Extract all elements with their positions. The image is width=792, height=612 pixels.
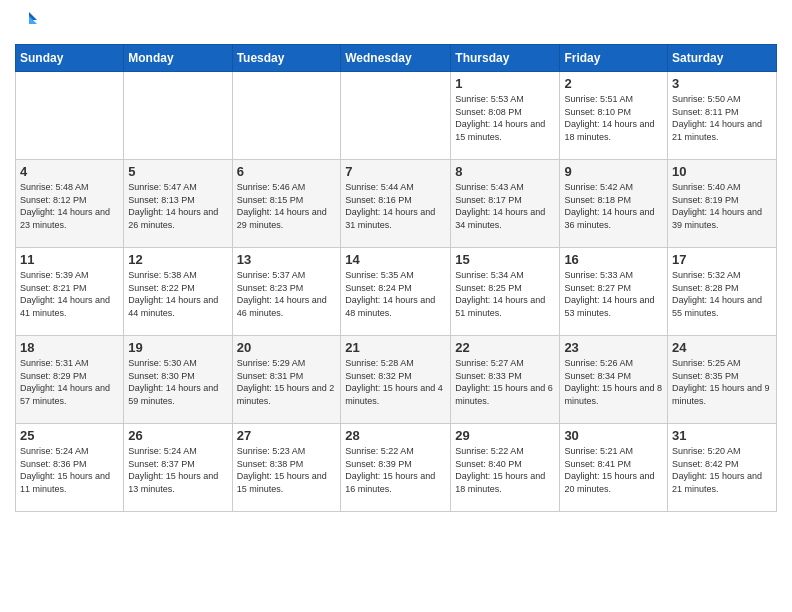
day-number: 24 xyxy=(672,340,772,355)
day-info: Sunrise: 5:25 AMSunset: 8:35 PMDaylight:… xyxy=(672,357,772,407)
day-number: 29 xyxy=(455,428,555,443)
day-info: Sunrise: 5:24 AMSunset: 8:37 PMDaylight:… xyxy=(128,445,227,495)
day-number: 9 xyxy=(564,164,663,179)
calendar-cell xyxy=(16,72,124,160)
logo-icon xyxy=(17,10,39,32)
calendar-cell: 5Sunrise: 5:47 AMSunset: 8:13 PMDaylight… xyxy=(124,160,232,248)
day-number: 10 xyxy=(672,164,772,179)
day-info: Sunrise: 5:47 AMSunset: 8:13 PMDaylight:… xyxy=(128,181,227,231)
calendar-week-3: 11Sunrise: 5:39 AMSunset: 8:21 PMDayligh… xyxy=(16,248,777,336)
day-info: Sunrise: 5:24 AMSunset: 8:36 PMDaylight:… xyxy=(20,445,119,495)
calendar-body: 1Sunrise: 5:53 AMSunset: 8:08 PMDaylight… xyxy=(16,72,777,512)
day-number: 31 xyxy=(672,428,772,443)
day-number: 21 xyxy=(345,340,446,355)
calendar-cell: 4Sunrise: 5:48 AMSunset: 8:12 PMDaylight… xyxy=(16,160,124,248)
day-info: Sunrise: 5:35 AMSunset: 8:24 PMDaylight:… xyxy=(345,269,446,319)
day-number: 4 xyxy=(20,164,119,179)
day-info: Sunrise: 5:33 AMSunset: 8:27 PMDaylight:… xyxy=(564,269,663,319)
day-info: Sunrise: 5:21 AMSunset: 8:41 PMDaylight:… xyxy=(564,445,663,495)
day-number: 22 xyxy=(455,340,555,355)
day-info: Sunrise: 5:50 AMSunset: 8:11 PMDaylight:… xyxy=(672,93,772,143)
calendar-week-2: 4Sunrise: 5:48 AMSunset: 8:12 PMDaylight… xyxy=(16,160,777,248)
calendar-week-5: 25Sunrise: 5:24 AMSunset: 8:36 PMDayligh… xyxy=(16,424,777,512)
day-header-tuesday: Tuesday xyxy=(232,45,341,72)
day-header-saturday: Saturday xyxy=(668,45,777,72)
day-number: 18 xyxy=(20,340,119,355)
day-number: 7 xyxy=(345,164,446,179)
day-number: 8 xyxy=(455,164,555,179)
day-info: Sunrise: 5:39 AMSunset: 8:21 PMDaylight:… xyxy=(20,269,119,319)
calendar-cell: 19Sunrise: 5:30 AMSunset: 8:30 PMDayligh… xyxy=(124,336,232,424)
day-info: Sunrise: 5:20 AMSunset: 8:42 PMDaylight:… xyxy=(672,445,772,495)
calendar-cell: 27Sunrise: 5:23 AMSunset: 8:38 PMDayligh… xyxy=(232,424,341,512)
calendar-table: SundayMondayTuesdayWednesdayThursdayFrid… xyxy=(15,44,777,512)
day-number: 3 xyxy=(672,76,772,91)
day-number: 25 xyxy=(20,428,119,443)
day-number: 19 xyxy=(128,340,227,355)
day-number: 14 xyxy=(345,252,446,267)
day-number: 2 xyxy=(564,76,663,91)
day-number: 13 xyxy=(237,252,337,267)
day-info: Sunrise: 5:27 AMSunset: 8:33 PMDaylight:… xyxy=(455,357,555,407)
calendar-cell xyxy=(341,72,451,160)
calendar-cell: 12Sunrise: 5:38 AMSunset: 8:22 PMDayligh… xyxy=(124,248,232,336)
day-info: Sunrise: 5:32 AMSunset: 8:28 PMDaylight:… xyxy=(672,269,772,319)
calendar-cell: 9Sunrise: 5:42 AMSunset: 8:18 PMDaylight… xyxy=(560,160,668,248)
calendar-cell: 13Sunrise: 5:37 AMSunset: 8:23 PMDayligh… xyxy=(232,248,341,336)
calendar-cell: 22Sunrise: 5:27 AMSunset: 8:33 PMDayligh… xyxy=(451,336,560,424)
day-number: 16 xyxy=(564,252,663,267)
calendar-cell: 3Sunrise: 5:50 AMSunset: 8:11 PMDaylight… xyxy=(668,72,777,160)
calendar-cell: 1Sunrise: 5:53 AMSunset: 8:08 PMDaylight… xyxy=(451,72,560,160)
day-number: 5 xyxy=(128,164,227,179)
day-info: Sunrise: 5:51 AMSunset: 8:10 PMDaylight:… xyxy=(564,93,663,143)
days-header-row: SundayMondayTuesdayWednesdayThursdayFrid… xyxy=(16,45,777,72)
calendar-cell: 18Sunrise: 5:31 AMSunset: 8:29 PMDayligh… xyxy=(16,336,124,424)
day-number: 28 xyxy=(345,428,446,443)
day-info: Sunrise: 5:28 AMSunset: 8:32 PMDaylight:… xyxy=(345,357,446,407)
calendar-cell: 30Sunrise: 5:21 AMSunset: 8:41 PMDayligh… xyxy=(560,424,668,512)
day-number: 30 xyxy=(564,428,663,443)
day-header-monday: Monday xyxy=(124,45,232,72)
day-info: Sunrise: 5:40 AMSunset: 8:19 PMDaylight:… xyxy=(672,181,772,231)
day-header-friday: Friday xyxy=(560,45,668,72)
calendar-cell: 20Sunrise: 5:29 AMSunset: 8:31 PMDayligh… xyxy=(232,336,341,424)
day-info: Sunrise: 5:34 AMSunset: 8:25 PMDaylight:… xyxy=(455,269,555,319)
day-info: Sunrise: 5:31 AMSunset: 8:29 PMDaylight:… xyxy=(20,357,119,407)
day-number: 12 xyxy=(128,252,227,267)
day-number: 26 xyxy=(128,428,227,443)
calendar-header: SundayMondayTuesdayWednesdayThursdayFrid… xyxy=(16,45,777,72)
calendar-cell xyxy=(124,72,232,160)
page: SundayMondayTuesdayWednesdayThursdayFrid… xyxy=(0,0,792,612)
calendar-cell: 26Sunrise: 5:24 AMSunset: 8:37 PMDayligh… xyxy=(124,424,232,512)
calendar-cell: 2Sunrise: 5:51 AMSunset: 8:10 PMDaylight… xyxy=(560,72,668,160)
day-info: Sunrise: 5:23 AMSunset: 8:38 PMDaylight:… xyxy=(237,445,337,495)
calendar-cell: 16Sunrise: 5:33 AMSunset: 8:27 PMDayligh… xyxy=(560,248,668,336)
day-info: Sunrise: 5:26 AMSunset: 8:34 PMDaylight:… xyxy=(564,357,663,407)
calendar-cell xyxy=(232,72,341,160)
calendar-cell: 23Sunrise: 5:26 AMSunset: 8:34 PMDayligh… xyxy=(560,336,668,424)
day-header-sunday: Sunday xyxy=(16,45,124,72)
day-number: 11 xyxy=(20,252,119,267)
calendar-cell: 21Sunrise: 5:28 AMSunset: 8:32 PMDayligh… xyxy=(341,336,451,424)
day-info: Sunrise: 5:38 AMSunset: 8:22 PMDaylight:… xyxy=(128,269,227,319)
calendar-cell: 15Sunrise: 5:34 AMSunset: 8:25 PMDayligh… xyxy=(451,248,560,336)
logo xyxy=(15,10,39,36)
day-info: Sunrise: 5:22 AMSunset: 8:39 PMDaylight:… xyxy=(345,445,446,495)
day-info: Sunrise: 5:37 AMSunset: 8:23 PMDaylight:… xyxy=(237,269,337,319)
calendar-cell: 17Sunrise: 5:32 AMSunset: 8:28 PMDayligh… xyxy=(668,248,777,336)
header xyxy=(15,10,777,36)
day-info: Sunrise: 5:43 AMSunset: 8:17 PMDaylight:… xyxy=(455,181,555,231)
day-info: Sunrise: 5:53 AMSunset: 8:08 PMDaylight:… xyxy=(455,93,555,143)
day-info: Sunrise: 5:30 AMSunset: 8:30 PMDaylight:… xyxy=(128,357,227,407)
day-header-wednesday: Wednesday xyxy=(341,45,451,72)
day-number: 20 xyxy=(237,340,337,355)
day-info: Sunrise: 5:22 AMSunset: 8:40 PMDaylight:… xyxy=(455,445,555,495)
calendar-week-1: 1Sunrise: 5:53 AMSunset: 8:08 PMDaylight… xyxy=(16,72,777,160)
calendar-cell: 24Sunrise: 5:25 AMSunset: 8:35 PMDayligh… xyxy=(668,336,777,424)
calendar-cell: 31Sunrise: 5:20 AMSunset: 8:42 PMDayligh… xyxy=(668,424,777,512)
calendar-cell: 8Sunrise: 5:43 AMSunset: 8:17 PMDaylight… xyxy=(451,160,560,248)
day-number: 15 xyxy=(455,252,555,267)
day-info: Sunrise: 5:46 AMSunset: 8:15 PMDaylight:… xyxy=(237,181,337,231)
day-info: Sunrise: 5:44 AMSunset: 8:16 PMDaylight:… xyxy=(345,181,446,231)
day-number: 27 xyxy=(237,428,337,443)
